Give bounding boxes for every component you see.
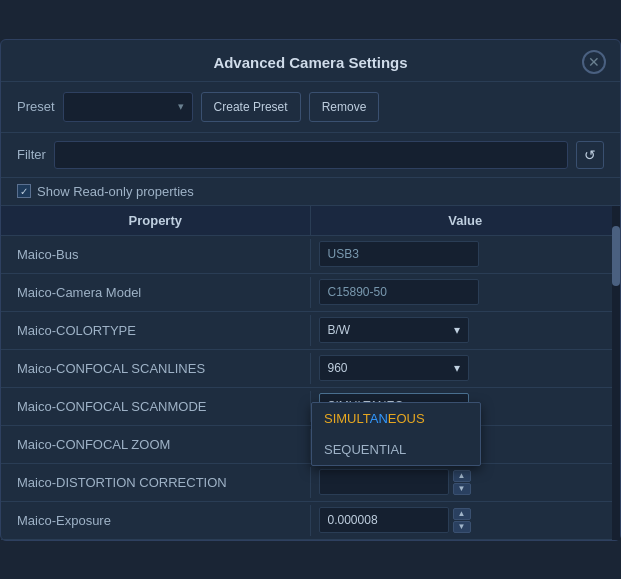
exposure-down-btn[interactable]: ▼ [453, 521, 471, 533]
distortion-value [319, 469, 449, 495]
colortype-select[interactable]: B/W ▾ [319, 317, 469, 343]
distortion-down-btn[interactable]: ▼ [453, 483, 471, 495]
property-cell: Maico-COLORTYPE [1, 315, 311, 346]
filter-input[interactable] [54, 141, 568, 169]
table-header: Property Value [1, 206, 620, 236]
table-body: Maico-Bus USB3 Maico-Camera Model C15890… [1, 236, 620, 540]
up-arrow-icon: ▲ [458, 471, 466, 480]
value-cell: 0.000008 ▲ ▼ [311, 503, 621, 537]
scrollbar-thumb[interactable] [612, 226, 620, 286]
property-cell: Maico-Bus [1, 239, 311, 270]
table-row: Maico-Bus USB3 [1, 236, 620, 274]
value-cell: ▲ ▼ [311, 465, 621, 499]
scanlines-arrow: ▾ [454, 361, 460, 375]
property-cell: Maico-Camera Model [1, 277, 311, 308]
property-header: Property [1, 206, 311, 235]
close-button[interactable]: ✕ [582, 50, 606, 74]
text-value-bus: USB3 [319, 241, 479, 267]
sequential-label: SEQUENTIAL [324, 442, 406, 457]
close-icon: ✕ [588, 55, 600, 69]
colortype-arrow: ▾ [454, 323, 460, 337]
simultaneous-highlight: AN [370, 411, 388, 426]
table-row: Maico-DISTORTION CORRECTION ▲ ▼ [1, 464, 620, 502]
exposure-up-btn[interactable]: ▲ [453, 508, 471, 520]
property-cell: Maico-CONFOCAL SCANMODE [1, 391, 311, 422]
table-row: Maico-Camera Model C15890-50 [1, 274, 620, 312]
scanmode-option-sequential[interactable]: SEQUENTIAL [312, 434, 480, 465]
up-arrow-icon: ▲ [458, 509, 466, 518]
refresh-button[interactable]: ↺ [576, 141, 604, 169]
property-cell: Maico-CONFOCAL SCANLINES [1, 353, 311, 384]
dialog-title: Advanced Camera Settings [213, 54, 407, 71]
table-row: Maico-Exposure 0.000008 ▲ ▼ [1, 502, 620, 540]
remove-button[interactable]: Remove [309, 92, 380, 122]
down-arrow-icon: ▼ [458, 522, 466, 531]
value-cell: C15890-50 [311, 275, 621, 309]
value-cell: USB3 [311, 237, 621, 271]
dialog-header: Advanced Camera Settings ✕ [1, 40, 620, 82]
filter-label: Filter [17, 147, 46, 162]
exposure-value: 0.000008 [319, 507, 449, 533]
property-cell: Maico-DISTORTION CORRECTION [1, 467, 311, 498]
preset-label: Preset [17, 99, 55, 114]
scanlines-value: 960 [328, 361, 348, 375]
distortion-spinner: ▲ ▼ [453, 470, 471, 495]
simultaneous-label: SIMULT [324, 411, 370, 426]
property-cell: Maico-Exposure [1, 505, 311, 536]
refresh-icon: ↺ [584, 147, 596, 163]
text-value-model: C15890-50 [319, 279, 479, 305]
value-cell: B/W ▾ [311, 313, 621, 347]
check-icon: ✓ [20, 186, 28, 197]
table-wrapper: Property Value Maico-Bus USB3 Maico-Came… [1, 206, 620, 540]
advanced-camera-settings-dialog: Advanced Camera Settings ✕ Preset ▾ Crea… [0, 39, 621, 541]
scanmode-dropdown: SIMULTANEOUS SEQUENTIAL [311, 402, 481, 466]
readonly-row: ✓ Show Read-only properties [1, 178, 620, 206]
value-header: Value [311, 206, 621, 235]
readonly-label: Show Read-only properties [37, 184, 194, 199]
colortype-value: B/W [328, 323, 351, 337]
down-arrow-icon: ▼ [458, 484, 466, 493]
table-row: Maico-COLORTYPE B/W ▾ [1, 312, 620, 350]
toolbar-row: Preset ▾ Create Preset Remove [1, 82, 620, 133]
create-preset-button[interactable]: Create Preset [201, 92, 301, 122]
scanmode-option-simultaneous[interactable]: SIMULTANEOUS [312, 403, 480, 434]
filter-row: Filter ↺ [1, 133, 620, 178]
scanlines-select[interactable]: 960 ▾ [319, 355, 469, 381]
show-readonly-checkbox[interactable]: ✓ [17, 184, 31, 198]
property-cell: Maico-CONFOCAL ZOOM [1, 429, 311, 460]
preset-dropdown[interactable]: ▾ [63, 92, 193, 122]
exposure-spinner: ▲ ▼ [453, 508, 471, 533]
simultaneous-rest: EOUS [388, 411, 425, 426]
preset-dropdown-arrow: ▾ [178, 100, 184, 113]
distortion-up-btn[interactable]: ▲ [453, 470, 471, 482]
value-cell: 960 ▾ [311, 351, 621, 385]
table-row: Maico-CONFOCAL SCANLINES 960 ▾ [1, 350, 620, 388]
scrollbar[interactable] [612, 206, 620, 540]
